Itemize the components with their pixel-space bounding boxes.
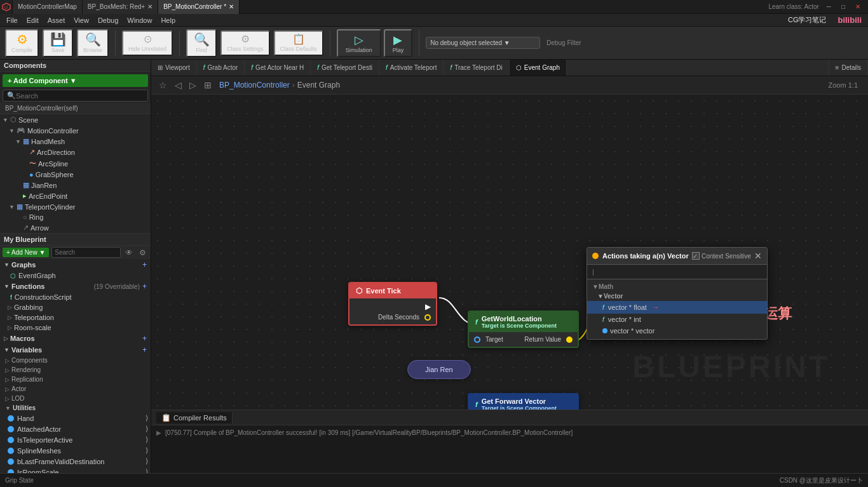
component-search-input[interactable]	[16, 92, 144, 100]
tab-bp-motion-controller[interactable]: BP_MotionController * ✕	[158, 0, 240, 14]
tab-get-actor-near[interactable]: f Get Actor Near H	[245, 60, 311, 76]
add-graph-btn[interactable]: +	[142, 260, 147, 269]
save-button[interactable]: 💾 Save	[43, 29, 73, 57]
context-sensitive[interactable]: ✓ Context Sensitive	[692, 252, 751, 260]
find-button[interactable]: 🔍 Find	[186, 29, 217, 57]
add-function-btn[interactable]: +	[142, 282, 147, 291]
popup-title: Actions taking a(n) Vector	[592, 252, 689, 260]
tree-teleport-cylinder[interactable]: ▼ ▦ TeleportCylinder	[0, 201, 151, 212]
browse-button[interactable]: 🔍 Browse	[77, 29, 109, 57]
tree-jian-ren[interactable]: ▷ ▦ JianRen	[0, 180, 151, 190]
bookmark-icon[interactable]: ☆	[156, 79, 170, 91]
action-vector-vector[interactable]: vector * vector	[587, 325, 767, 337]
func-grabbing[interactable]: ▷ Grabbing	[0, 302, 151, 312]
functions-section-header[interactable]: ▼ Functions (19 Overridable) +	[0, 281, 151, 292]
menu-view[interactable]: View	[70, 15, 93, 25]
my-blueprint-section: My Blueprint + Add New ▼ 👁 ⚙ ▼ Graphs + …	[0, 234, 151, 473]
compile-button[interactable]: ⚙ Compile	[5, 29, 39, 57]
popup-close-btn[interactable]: ✕	[754, 251, 762, 261]
hide-unrelated-button[interactable]: ⊙ Hide Unrelated	[122, 30, 173, 56]
bp-search-input[interactable]	[51, 247, 121, 258]
add-component-btn[interactable]: + Add Component ▼	[3, 74, 148, 87]
tab-event-graph[interactable]: ⬡ Event Graph	[510, 60, 567, 76]
var-utilities-header[interactable]: ▼Utilities	[0, 403, 151, 413]
menu-edit[interactable]: Edit	[23, 15, 43, 25]
var-spline-meshes[interactable]: SplineMeshes ⟩	[0, 445, 151, 456]
var-blast-frame[interactable]: bLastFrameValidDestination ⟩	[0, 456, 151, 467]
tab-bp-boxmesh[interactable]: BP_BoxMesh: Red+ ✕	[83, 0, 158, 14]
compiler-results-tab[interactable]: 📋 Compiler Results	[156, 412, 233, 424]
tab-get-teleport-dest[interactable]: f Get Teleport Desti	[311, 60, 379, 76]
func-construction[interactable]: f ConstructionScript	[0, 292, 151, 302]
tree-grab-sphere[interactable]: ▷ ● GrabSphere	[0, 170, 151, 180]
class-settings-button[interactable]: ⚙ Class Settings	[220, 30, 270, 56]
node-jian-ren[interactable]: Jian Ren	[407, 360, 471, 379]
tab-trace-teleport[interactable]: f Trace Teleport Di	[444, 60, 509, 76]
tree-hand-mesh[interactable]: ▼ ▦ HandMesh	[0, 136, 151, 147]
tab-grab-actor[interactable]: f Grab Actor	[197, 60, 245, 76]
eye-icon[interactable]: 👁	[123, 248, 135, 257]
minimize-btn[interactable]: ─	[824, 3, 834, 10]
simulation-button[interactable]: ▷ Simulation	[337, 29, 381, 57]
tree-arrow-comp[interactable]: ▷ ↗ Arrow	[0, 222, 151, 233]
controller-icon: 🎮	[17, 126, 25, 135]
tree-motion-controller[interactable]: ▼ 🎮 MotionController	[0, 125, 151, 136]
graphs-section-header[interactable]: ▼ Graphs +	[0, 259, 151, 270]
node-get-world-location[interactable]: f GetWorldLocation Target is Scene Compo…	[468, 310, 579, 348]
action-vector-int[interactable]: f vector * int	[587, 314, 767, 325]
add-macro-btn[interactable]: +	[142, 334, 147, 343]
back-btn[interactable]: ◁	[172, 79, 184, 91]
close-btn[interactable]: ✕	[853, 3, 863, 10]
tree-arc-spline[interactable]: ▷ 〜 ArcSpline	[0, 157, 151, 170]
delta-seconds-pin: Delta Seconds	[349, 312, 436, 322]
tab-close[interactable]: ✕	[147, 3, 153, 10]
var-category-actor[interactable]: ▷Actor	[0, 384, 151, 394]
var-is-room-scale[interactable]: IsRoomScale ⟩	[0, 467, 151, 473]
tab-viewport[interactable]: ⊞ Viewport	[151, 60, 197, 76]
add-new-btn[interactable]: + Add New ▼	[3, 248, 49, 257]
var-is-teleporter-active[interactable]: IsTeleporterActive ⟩	[0, 434, 151, 445]
tree-scene[interactable]: ▼ ⬡ Scene	[0, 114, 151, 125]
tab-close[interactable]: ✕	[229, 3, 234, 10]
settings-icon[interactable]: ⚙	[137, 248, 148, 257]
class-defaults-button[interactable]: 📋 Class Defaults	[274, 30, 323, 56]
cs-checkbox[interactable]: ✓	[692, 252, 700, 260]
tab-activate-teleport[interactable]: f Activate Teleport	[379, 60, 444, 76]
browse-icon: 🔍	[85, 33, 101, 46]
func-room-scale[interactable]: ▷ Room-scale	[0, 323, 151, 333]
tab-label: BP_BoxMesh: Red+	[88, 3, 145, 10]
menu-help[interactable]: Help	[157, 15, 179, 25]
tree-ring[interactable]: ▷ ○ Ring	[0, 212, 151, 222]
get-forward-icon: f	[475, 401, 478, 408]
menu-asset[interactable]: Asset	[44, 15, 69, 25]
node-event-tick[interactable]: ⬡ Event Tick ▶ Delta Seconds	[348, 282, 437, 326]
var-hand[interactable]: Hand ⟩	[0, 413, 151, 424]
play-button[interactable]: ▶ Play	[384, 29, 413, 57]
tab-motion-controller-map[interactable]: MotionControllerMap	[13, 0, 83, 14]
func-teleportation[interactable]: ▷ Teleportation	[0, 312, 151, 323]
debug-filter[interactable]: No debug object selected ▼	[426, 37, 540, 49]
menu-file[interactable]: File	[3, 15, 22, 25]
breadcrumb-root[interactable]: BP_MotionController	[219, 81, 290, 90]
maximize-btn[interactable]: □	[839, 3, 848, 10]
menu-window[interactable]: Window	[123, 15, 156, 25]
node-get-forward-vector[interactable]: f Get Forward Vector Target is Scene Com…	[468, 393, 579, 410]
macros-section-header[interactable]: ▷ Macros +	[0, 333, 151, 344]
var-category-components[interactable]: ▷Components	[0, 356, 151, 365]
var-category-lod[interactable]: ▷LOD	[0, 394, 151, 403]
blueprint-canvas[interactable]: ⬡ Event Tick ▶ Delta Seconds f	[151, 95, 868, 410]
menu-debug[interactable]: Debug	[94, 15, 122, 25]
var-category-rendering[interactable]: ▷Rendering	[0, 365, 151, 375]
variables-section-header[interactable]: ▼ Variables +	[0, 344, 151, 356]
action-vector-float[interactable]: f vector * float →	[587, 301, 767, 314]
tree-arc-end-point[interactable]: ▷ ▸ ArcEndPoint	[0, 190, 151, 201]
var-attached-actor[interactable]: AttachedActor ⟩	[0, 424, 151, 434]
actions-popup: Actions taking a(n) Vector ✓ Context Sen…	[587, 247, 768, 340]
var-category-replication[interactable]: ▷Replication	[0, 375, 151, 384]
add-variable-btn[interactable]: +	[142, 345, 147, 354]
event-graph-item[interactable]: ⬡ EventGraph	[0, 270, 151, 281]
actions-search-input[interactable]	[587, 265, 767, 279]
tab-details[interactable]: ≡ Details	[829, 60, 868, 76]
forward-btn[interactable]: ▷	[187, 79, 199, 91]
tree-arc-direction[interactable]: ▷ ↗ ArcDirection	[0, 147, 151, 157]
